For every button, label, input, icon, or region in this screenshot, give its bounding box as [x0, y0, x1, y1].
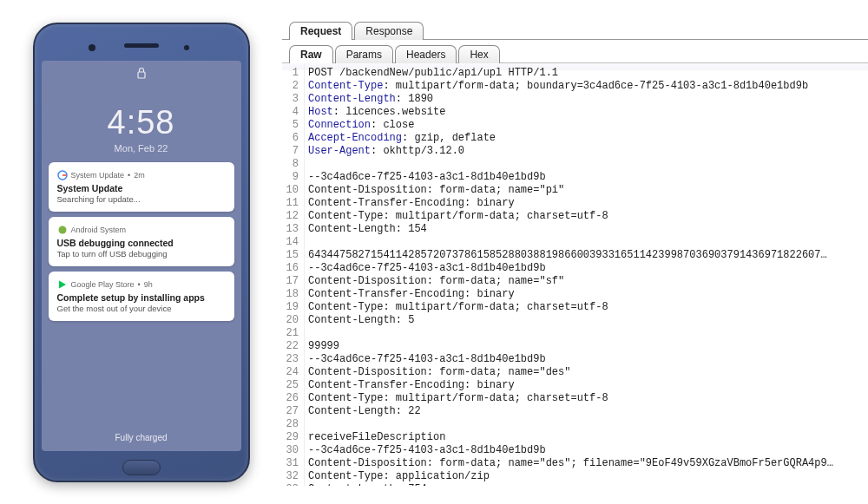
- phone-bezel-top: [42, 31, 241, 61]
- subtab-raw[interactable]: Raw: [289, 45, 333, 63]
- phone-frame: 4:58 Mon, Feb 22 System Update • 2m Syst…: [33, 23, 250, 482]
- notification-header: System Update • 2m: [57, 170, 226, 180]
- speaker-slot: [124, 43, 159, 48]
- lock-icon: [136, 67, 147, 79]
- notification-header: Android System: [57, 225, 226, 235]
- notification-age: 9h: [144, 280, 153, 289]
- lockscreen-clock: 4:58 Mon, Feb 22: [42, 104, 241, 154]
- notification-age: 2m: [134, 171, 145, 180]
- play-store-icon: [57, 279, 68, 290]
- clock-date: Mon, Feb 22: [42, 143, 241, 154]
- sub-tab-row: Raw Params Headers Hex: [282, 40, 868, 63]
- home-button[interactable]: [122, 460, 161, 475]
- front-camera-dot: [89, 44, 95, 51]
- phone-screen: 4:58 Mon, Feb 22 System Update • 2m Syst…: [42, 61, 241, 451]
- notification-body: Get the most out of your device: [57, 304, 226, 313]
- google-g-icon: [57, 170, 68, 180]
- svg-point-2: [58, 226, 66, 233]
- http-panel: Request Response Raw Params Headers Hex …: [282, 0, 868, 504]
- notification-app: Android System: [71, 226, 127, 234]
- raw-request-text[interactable]: POST /backendNew/public/api/upl HTTP/1.1…: [305, 63, 847, 486]
- status-bar: [42, 61, 241, 85]
- line-gutter: 1 2 3 4 5 6 7 8 9 10 11 12 13 14 15 16 1…: [282, 63, 305, 486]
- tab-response[interactable]: Response: [354, 22, 424, 40]
- tab-request[interactable]: Request: [289, 22, 352, 40]
- subtab-params[interactable]: Params: [335, 45, 393, 63]
- notification-body: Tap to turn off USB debugging: [57, 249, 226, 259]
- svg-marker-3: [59, 280, 66, 288]
- notification-title: Complete setup by installing apps: [57, 292, 226, 303]
- notification-app: Google Play Store: [71, 280, 135, 289]
- clock-time: 4:58: [42, 104, 241, 141]
- subtab-headers[interactable]: Headers: [395, 45, 457, 63]
- sensor-dot: [184, 45, 189, 50]
- android-icon: [57, 225, 68, 235]
- notification-title: USB debugging connected: [57, 238, 226, 248]
- notification-header: Google Play Store • 9h: [57, 279, 226, 290]
- notification-app: System Update: [71, 171, 125, 180]
- top-tab-row: Request Response: [282, 21, 868, 40]
- subtab-hex[interactable]: Hex: [458, 45, 499, 63]
- notification-card[interactable]: System Update • 2m System Update Searchi…: [49, 162, 234, 212]
- fully-charged-label: Fully charged: [42, 433, 241, 442]
- notification-title: System Update: [57, 183, 226, 193]
- phone-mockup-area: 4:58 Mon, Feb 22 System Update • 2m Syst…: [0, 0, 282, 504]
- notification-body: Searching for update...: [57, 194, 226, 204]
- notification-card[interactable]: Android System USB debugging connected T…: [49, 217, 234, 266]
- svg-rect-0: [138, 72, 145, 78]
- notification-card[interactable]: Google Play Store • 9h Complete setup by…: [49, 272, 234, 321]
- raw-request-area[interactable]: 1 2 3 4 5 6 7 8 9 10 11 12 13 14 15 16 1…: [282, 63, 868, 486]
- notifications-list: System Update • 2m System Update Searchi…: [42, 154, 241, 321]
